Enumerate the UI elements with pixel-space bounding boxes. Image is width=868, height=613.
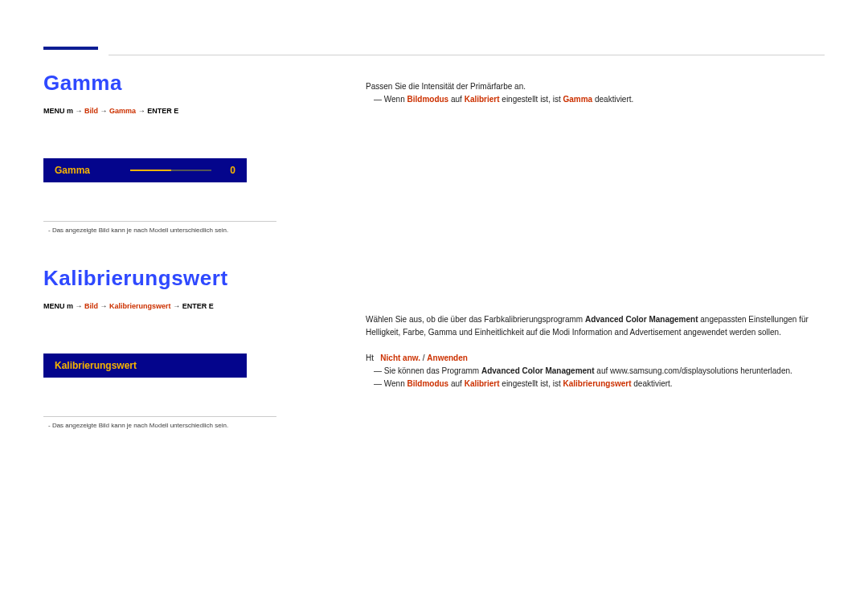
crumb-menu: MENU m	[43, 107, 73, 115]
gamma-slider-value: 0	[223, 165, 235, 176]
kalib-options: Ht Nicht anw. / Anwenden	[366, 352, 825, 365]
crumb-kalib: Kalibrierungswert	[109, 302, 171, 310]
crumb-bild: Bild	[84, 107, 98, 115]
right-column: Passen Sie die Intensität der Primärfarb…	[366, 80, 825, 390]
crumb-bild2: Bild	[84, 302, 98, 310]
crumb-enter2: ENTER E	[182, 302, 214, 310]
kalib-note-deactivated: ― Wenn Bildmodus auf Kalibriert eingeste…	[374, 378, 825, 390]
footnote-rule	[43, 221, 276, 222]
gamma-slider[interactable]	[130, 170, 211, 171]
gamma-slider-label: Gamma	[55, 165, 119, 176]
kalibrierung-list-box: Kalibrierungswert	[43, 353, 247, 378]
footnote-rule-2	[43, 416, 276, 417]
kalib-desc: Wählen Sie aus, ob die über das Farbkali…	[366, 313, 825, 339]
footnote-2: - Das angezeigte Bild kann je nach Model…	[48, 422, 825, 429]
kalibrierung-list-item[interactable]: Kalibrierungswert	[43, 353, 247, 378]
gamma-note: ― Wenn Bildmodus auf Kalibriert eingeste…	[374, 93, 825, 106]
gamma-desc: Passen Sie die Intensität der Primärfarb…	[366, 80, 825, 93]
kalib-note-download: ― Sie können das Programm Advanced Color…	[374, 365, 825, 378]
crumb-gamma: Gamma	[109, 107, 136, 115]
gamma-slider-box: Gamma 0	[43, 158, 247, 182]
top-rule	[108, 55, 825, 55]
crumb-menu2: MENU m	[43, 302, 73, 310]
crumb-enter: ENTER E	[147, 107, 178, 115]
brand-bar	[43, 47, 98, 50]
